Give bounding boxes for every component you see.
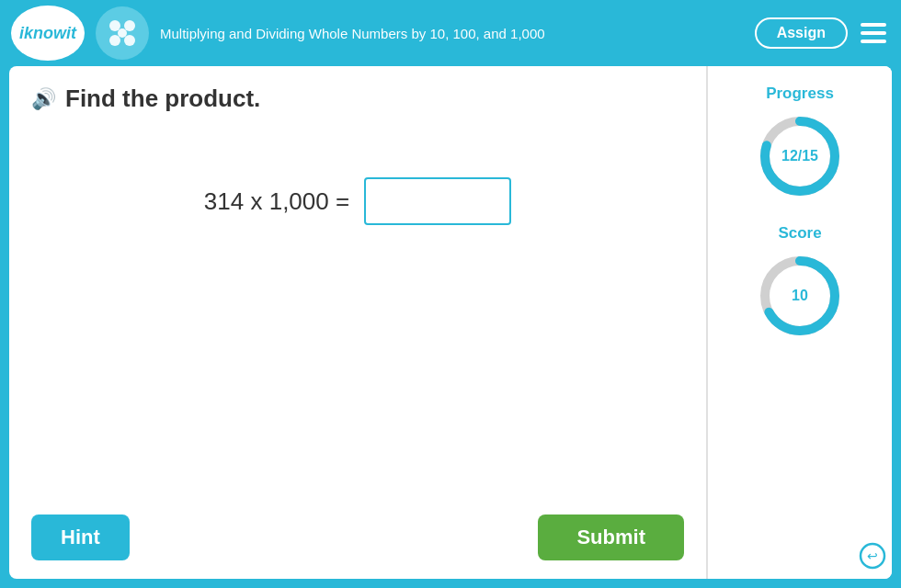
svg-text:↩: ↩ xyxy=(867,548,878,563)
right-panel: Progress 12/15 Score 10 xyxy=(708,66,892,579)
menu-button[interactable] xyxy=(857,19,890,47)
hint-button[interactable]: Hint xyxy=(31,514,130,560)
math-problem: 314 x 1,000 = xyxy=(31,177,684,225)
assign-button[interactable]: Assign xyxy=(755,17,848,49)
equation-text: 314 x 1,000 = xyxy=(204,187,349,216)
svg-point-4 xyxy=(118,28,127,38)
submit-button[interactable]: Submit xyxy=(538,514,684,560)
logo: iknowit xyxy=(11,6,85,61)
svg-point-0 xyxy=(109,20,120,31)
left-panel: 🔊 Find the product. 314 x 1,000 = Hint S… xyxy=(9,66,708,579)
main-content: 🔊 Find the product. 314 x 1,000 = Hint S… xyxy=(9,66,892,579)
hamburger-line-1 xyxy=(861,23,886,27)
header: iknowit Multiplying and Dividing Whole N… xyxy=(0,0,901,66)
hamburger-line-2 xyxy=(861,31,886,35)
bottom-buttons: Hint Submit xyxy=(31,514,684,560)
answer-input[interactable] xyxy=(364,177,511,225)
progress-value: 12/15 xyxy=(781,148,818,164)
lesson-title: Multiplying and Dividing Whole Numbers b… xyxy=(160,24,744,43)
svg-point-2 xyxy=(109,35,120,46)
progress-container: Progress 12/15 xyxy=(754,85,846,202)
progress-donut: 12/15 xyxy=(754,110,846,202)
score-value: 10 xyxy=(792,288,808,304)
svg-point-3 xyxy=(124,35,135,46)
back-button[interactable]: ↩ xyxy=(859,542,886,575)
logo-text: iknowit xyxy=(19,24,76,43)
svg-point-1 xyxy=(124,20,135,31)
progress-label: Progress xyxy=(766,85,834,103)
question-text: Find the product. xyxy=(65,85,260,113)
score-container: Score 10 xyxy=(754,224,846,342)
question-header: 🔊 Find the product. xyxy=(31,85,684,113)
lesson-icon xyxy=(96,6,149,60)
score-label: Score xyxy=(778,224,821,243)
header-right: Assign xyxy=(755,17,890,49)
score-donut: 10 xyxy=(754,250,846,342)
speaker-icon[interactable]: 🔊 xyxy=(31,87,56,111)
hamburger-line-3 xyxy=(861,40,886,43)
